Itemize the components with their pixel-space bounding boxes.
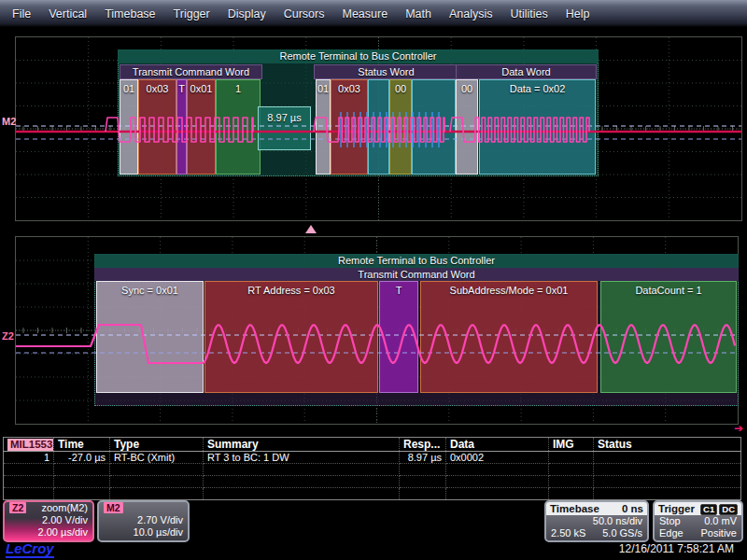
timebase-points: 2.50 kS — [551, 527, 585, 539]
trace-offscreen-arrow-icon: ➔ — [734, 424, 743, 433]
z2-trace-descriptor[interactable]: Z2zoom(M2) 2.00 V/div 2.00 µs/div — [3, 500, 94, 542]
menu-help[interactable]: Help — [566, 7, 590, 21]
z2-vdiv: 2.00 V/div — [5, 514, 92, 526]
zoom-subaddr-segment: SubAddress/Mode = 0x01 — [420, 281, 598, 393]
data-sync-segment: 00 — [456, 79, 478, 175]
menu-measure[interactable]: Measure — [342, 7, 388, 21]
trigger-source-badge: C1 — [700, 504, 717, 515]
trigger-descriptor[interactable]: Trigger C1DC Stop0.0 mV EdgePositive — [653, 500, 743, 542]
col-resp: Resp... — [400, 438, 446, 452]
status-word-header: Status Word — [314, 64, 458, 79]
status-sync-segment: 01 — [316, 79, 331, 175]
status-field2-segment — [412, 79, 456, 175]
row-type: RT-BC (Xmit) — [110, 452, 204, 464]
menu-bar: File Vertical Timebase Trigger Display C… — [0, 0, 747, 27]
trigger-level: 0.0 mV — [704, 515, 737, 527]
decode-result-table: MIL1553 Time Type Summary Resp... Data I… — [3, 437, 741, 500]
decode-message-title: Remote Terminal to Bus Controller — [118, 49, 599, 63]
z2-title: zoom(M2) — [41, 502, 88, 514]
z2-tdiv: 2.00 µs/div — [5, 526, 92, 539]
cmd-subaddr-segment: 0x01 — [187, 79, 216, 175]
row-index: 1 — [4, 452, 54, 464]
command-word-header: Transmit Command Word — [120, 64, 262, 79]
row-data: 0x0002 — [446, 452, 549, 464]
menu-trigger[interactable]: Trigger — [174, 7, 210, 21]
cmd-sync-segment: 01 — [120, 79, 138, 175]
table-header-row: MIL1553 Time Type Summary Resp... Data I… — [4, 438, 741, 452]
row-time: -27.0 µs — [54, 452, 110, 464]
zoom-graticule-display[interactable]: Remote Terminal to Bus Controller Transm… — [15, 236, 739, 425]
zoom-tr-segment: T — [379, 281, 418, 393]
menu-analysis[interactable]: Analysis — [449, 7, 493, 21]
menu-display[interactable]: Display — [228, 7, 266, 21]
timebase-rate: 5.0 GS/s — [602, 527, 642, 539]
table-row[interactable]: 1 -27.0 µs RT-BC (Xmit) RT 3 to BC: 1 DW… — [4, 452, 741, 464]
col-data: Data — [446, 438, 549, 452]
response-time-box: 8.97 µs — [258, 106, 311, 150]
data-word-header: Data Word — [456, 64, 597, 79]
mil1553-source-badge[interactable]: MIL1553 — [7, 439, 54, 451]
col-img: IMG — [549, 438, 594, 452]
m2-trace-descriptor[interactable]: M2 2.70 V/div 10.0 µs/div — [97, 500, 190, 542]
m2-badge: M2 — [104, 502, 123, 513]
menu-timebase[interactable]: Timebase — [105, 7, 155, 21]
timebase-tdiv: 50.0 ns/div — [546, 515, 647, 527]
zoom-sync-segment: Sync = 0x01 — [96, 281, 204, 393]
menu-vertical[interactable]: Vertical — [49, 7, 87, 21]
col-type: Type — [110, 438, 204, 452]
status-code-segment: 00 — [389, 79, 412, 175]
cmd-tr-segment: T — [176, 79, 187, 175]
data-value-segment: Data = 0x02 — [479, 79, 596, 175]
lecroy-logo[interactable]: LeCroy — [6, 541, 54, 558]
zoom-rtaddr-segment: RT Address = 0x03 — [204, 281, 378, 393]
oscilloscope-screen: File Vertical Timebase Trigger Display C… — [0, 0, 747, 560]
zoom-decode-subtitle: Transmit Command Word — [94, 268, 739, 281]
main-graticule-display[interactable]: Remote Terminal to Bus Controller Transm… — [15, 36, 742, 221]
z2-channel-label[interactable]: Z2 — [2, 330, 14, 342]
trigger-position-marker[interactable] — [305, 225, 317, 233]
zoom-datacount-segment: DataCount = 1 — [600, 281, 737, 393]
timebase-descriptor[interactable]: Timebase0 ns 50.0 ns/div 2.50 kS5.0 GS/s — [544, 500, 649, 542]
zoom-decode-title: Remote Terminal to Bus Controller — [94, 254, 739, 268]
col-time: Time — [54, 438, 110, 452]
z2-badge: Z2 — [9, 502, 26, 513]
m2-vdiv: 2.70 V/div — [99, 514, 188, 526]
menu-file[interactable]: File — [12, 7, 31, 21]
row-img — [549, 452, 594, 464]
timebase-label: Timebase — [550, 502, 599, 515]
datetime-display: 12/16/2011 7:58:21 AM — [619, 542, 734, 555]
row-summary: RT 3 to BC: 1 DW — [204, 452, 400, 464]
timebase-offset: 0 ns — [622, 502, 643, 515]
menu-math[interactable]: Math — [405, 7, 431, 21]
cmd-rtaddr-segment: 0x03 — [138, 79, 176, 175]
trigger-kind: Edge — [659, 527, 684, 539]
row-resp: 8.97 µs — [400, 452, 446, 464]
status-rtaddr-segment: 0x03 — [331, 79, 368, 175]
trigger-slope: Positive — [700, 527, 737, 539]
table-row-empty — [4, 488, 741, 500]
col-summary: Summary — [204, 438, 400, 452]
trigger-coupling-badge: DC — [719, 504, 738, 515]
status-field-segment — [368, 79, 389, 175]
menu-utilities[interactable]: Utilities — [510, 7, 547, 21]
menu-cursors[interactable]: Cursors — [284, 7, 325, 21]
table-row-empty — [4, 464, 741, 476]
m2-tdiv: 10.0 µs/div — [99, 526, 188, 539]
col-status: Status — [594, 438, 741, 452]
cmd-count-segment: 1 — [216, 79, 261, 175]
trigger-mode: Stop — [659, 515, 681, 527]
trigger-label: Trigger — [658, 502, 695, 515]
table-row-empty — [4, 476, 741, 488]
row-status — [594, 452, 741, 464]
m2-channel-label[interactable]: M2 — [2, 116, 16, 127]
